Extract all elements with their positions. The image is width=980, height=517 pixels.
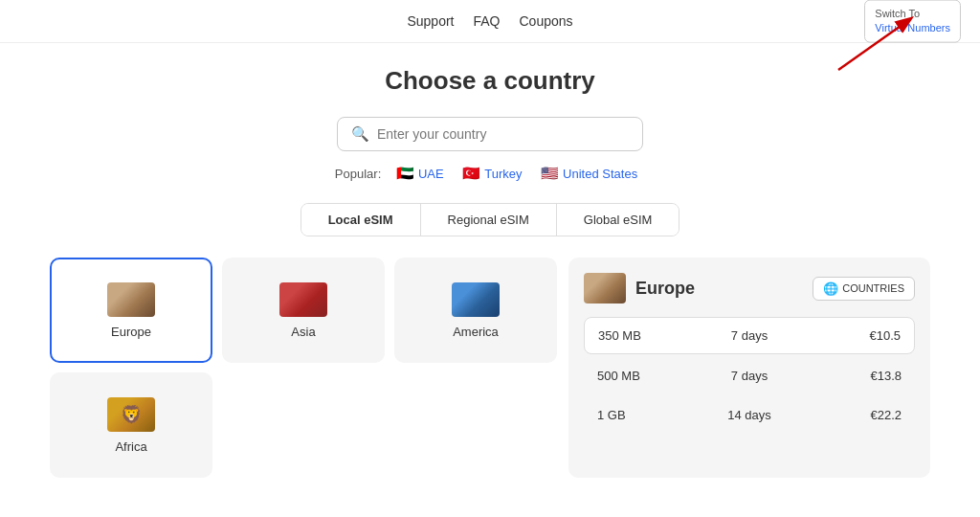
nav-coupons[interactable]: Coupons <box>520 13 573 29</box>
nav-support[interactable]: Support <box>407 13 454 29</box>
regions-grid: Europe Asia America Africa <box>50 258 557 478</box>
popular-turkey[interactable]: 🇹🇷Turkey <box>462 167 522 181</box>
search-input[interactable] <box>377 126 629 142</box>
content-area: Europe Asia America Africa <box>50 258 930 478</box>
nav-faq[interactable]: FAQ <box>473 13 500 29</box>
region-card-europe[interactable]: Europe <box>50 258 212 363</box>
region-img-asia <box>279 282 327 317</box>
globe-icon: 🌐 <box>823 281 838 296</box>
switch-to-sub: Virtual Numbers <box>875 21 950 35</box>
tab-group: Local eSIM Regional eSIM Global eSIM <box>301 203 680 236</box>
main-content: Choose a country 🔍 Popular: 🇦🇪UAE 🇹🇷Turk… <box>31 43 949 501</box>
tab-regional[interactable]: Regional eSIM <box>421 204 557 236</box>
plan-days-2: 7 days <box>699 369 800 383</box>
region-name-asia: Asia <box>291 325 315 339</box>
flag-turkey: 🇹🇷 <box>462 165 480 181</box>
plan-price-1: €10.5 <box>800 328 901 343</box>
plan-data-3: 1 GB <box>597 408 699 422</box>
popular-uae[interactable]: 🇦🇪UAE <box>396 167 444 181</box>
region-name-europe: Europe <box>111 325 151 339</box>
popular-us[interactable]: 🇺🇸United States <box>541 167 637 181</box>
search-icon: 🔍 <box>351 125 369 143</box>
region-name-africa: Africa <box>115 439 146 454</box>
plan-price-3: €22.2 <box>800 408 902 422</box>
tab-local[interactable]: Local eSIM <box>301 204 421 236</box>
plan-row-3[interactable]: 1 GB 14 days €22.2 <box>584 397 915 433</box>
top-nav: Support FAQ Coupons <box>407 13 572 29</box>
header: Support FAQ Coupons Switch To Virtual Nu… <box>0 0 980 43</box>
region-card-africa[interactable]: Africa <box>50 372 212 478</box>
region-card-america[interactable]: America <box>394 258 557 363</box>
switch-to-button[interactable]: Switch To Virtual Numbers <box>864 0 961 42</box>
countries-badge-label: COUNTRIES <box>842 282 904 294</box>
popular-label: Popular: <box>335 167 381 181</box>
plan-row-1[interactable]: 350 MB 7 days €10.5 <box>584 317 915 354</box>
plan-days-3: 14 days <box>699 408 800 422</box>
detail-img <box>584 273 626 303</box>
switch-to-label: Switch To <box>875 7 920 21</box>
popular-row: Popular: 🇦🇪UAE 🇹🇷Turkey 🇺🇸United States <box>50 165 930 182</box>
region-card-asia[interactable]: Asia <box>222 258 385 363</box>
plan-data-2: 500 MB <box>597 369 699 383</box>
flag-uae: 🇦🇪 <box>396 165 414 181</box>
flag-us: 🇺🇸 <box>541 165 559 181</box>
search-box: 🔍 <box>337 117 643 151</box>
region-img-europe <box>107 282 155 317</box>
plans-list: 350 MB 7 days €10.5 500 MB 7 days €13.8 … <box>584 317 915 433</box>
detail-panel: Europe 🌐 COUNTRIES 350 MB 7 days €10.5 <box>568 258 930 478</box>
countries-badge[interactable]: 🌐 COUNTRIES <box>813 277 915 301</box>
plan-row-2[interactable]: 500 MB 7 days €13.8 <box>584 358 915 393</box>
plan-days-1: 7 days <box>699 328 799 343</box>
tabs-container: Local eSIM Regional eSIM Global eSIM <box>50 203 930 236</box>
region-img-africa <box>107 397 155 432</box>
detail-title: Europe <box>635 279 803 299</box>
plan-data-1: 350 MB <box>598 328 699 343</box>
detail-header: Europe 🌐 COUNTRIES <box>584 273 915 303</box>
region-name-america: America <box>453 325 499 339</box>
plan-price-2: €13.8 <box>800 369 902 383</box>
tab-global[interactable]: Global eSIM <box>557 204 679 236</box>
page-title: Choose a country <box>50 66 930 96</box>
region-img-america <box>452 282 500 317</box>
